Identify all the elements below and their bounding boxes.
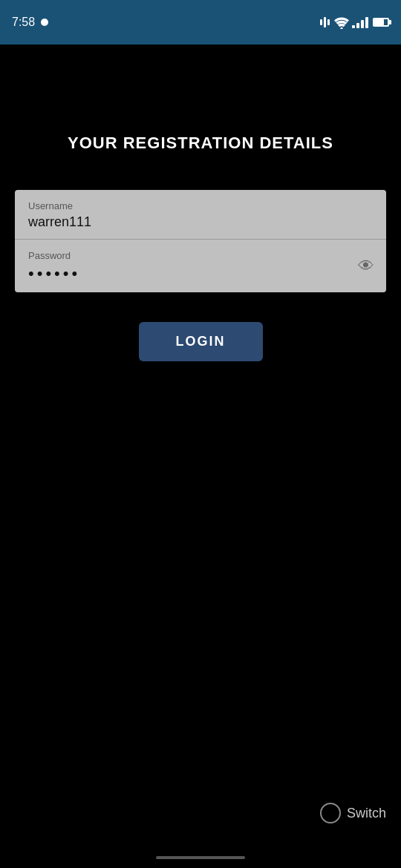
status-bar-right: [320, 16, 389, 28]
vibrate-icon: [320, 17, 330, 27]
svg-point-0: [340, 27, 342, 29]
eye-icon[interactable]: 👁: [358, 257, 374, 276]
wifi-icon: [334, 17, 348, 27]
registration-form-card: Username warren111 Password •••••• 👁: [15, 190, 386, 292]
switch-label: Switch: [347, 806, 386, 821]
password-value: ••••••: [28, 264, 80, 283]
status-bar: 7:58: [0, 0, 401, 45]
page-title: YOUR REGISTRATION DETAILS: [68, 134, 333, 153]
username-label: Username: [28, 200, 373, 211]
password-label: Password: [28, 250, 373, 261]
status-dot-icon: [41, 19, 48, 26]
main-content: YOUR REGISTRATION DETAILS Username warre…: [0, 45, 401, 376]
login-button[interactable]: LOGIN: [139, 322, 263, 361]
battery-icon: [373, 18, 389, 27]
signal-icon: [352, 16, 368, 28]
status-time: 7:58: [12, 16, 35, 29]
home-indicator: [156, 856, 245, 859]
switch-container[interactable]: Switch: [320, 803, 386, 823]
password-field[interactable]: Password •••••• 👁: [15, 240, 386, 292]
switch-circle-icon: [320, 803, 341, 823]
username-field[interactable]: Username warren111: [15, 190, 386, 240]
status-bar-left: 7:58: [12, 16, 48, 29]
username-value: warren111: [28, 214, 91, 229]
